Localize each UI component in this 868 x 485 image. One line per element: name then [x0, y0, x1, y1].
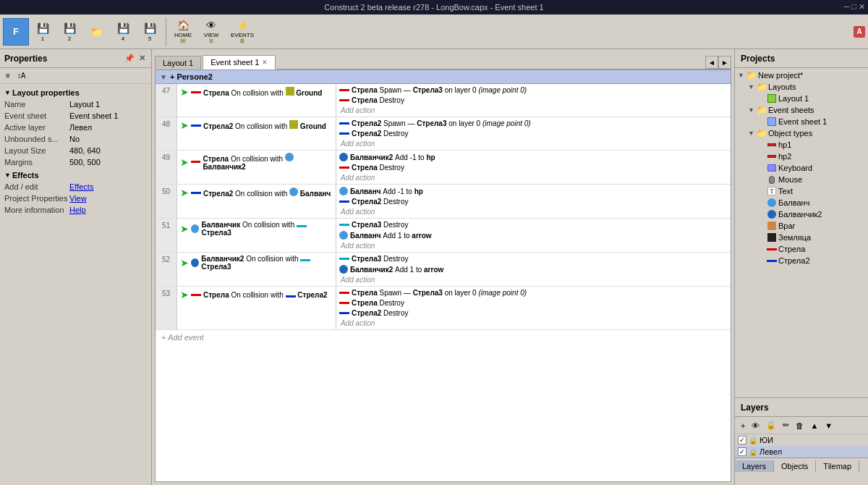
tab-scroll-left[interactable]: ◄ [705, 56, 718, 69]
action-47-2[interactable]: Стрела Destroy [338, 96, 729, 105]
tree-obj-vrag[interactable]: Враг [758, 220, 865, 232]
toolbar-btn-folder[interactable]: 📁 [83, 18, 109, 46]
condition-52-1[interactable]: ➤ Балванчик2 On collision with Стрела3 [179, 254, 334, 271]
action-49-1[interactable]: Балванчик2 Add -1 to hp [338, 152, 729, 162]
condition-51-1[interactable]: ➤ Балванчик On collision with Стрела3 [179, 220, 334, 237]
tree-obj-mouse[interactable]: Mouse [758, 174, 865, 185]
action-52-1[interactable]: Стрела3 Destroy [338, 254, 729, 263]
green-arrow-icon-51: ➤ [180, 223, 189, 235]
layouts-children: Layout 1 [748, 93, 865, 104]
add-event-btn[interactable]: + Add event [156, 330, 731, 345]
action-51-1[interactable]: Стрела3 Destroy [338, 220, 729, 229]
prop-projprops-value[interactable]: View [69, 194, 147, 203]
action-49-2[interactable]: Стрела Destroy [338, 163, 729, 172]
event-row-50: 50 ➤ Стрела2 On collision with Балванч Б… [156, 185, 731, 219]
tab-layout1[interactable]: Layout 1 [155, 56, 201, 69]
layout-section-arrow: ▼ [4, 89, 11, 96]
add-action-49[interactable]: Add action [338, 173, 729, 182]
condition-50-1[interactable]: ➤ Стрела2 On collision with Балванч [179, 186, 334, 199]
action-53-2[interactable]: Стрела Destroy [338, 298, 729, 308]
layer-item-level[interactable]: 🔒 Левел [735, 446, 868, 457]
tree-obj-balvan2[interactable]: Балванчик2 [758, 208, 865, 220]
tree-obj-hp2[interactable]: hp2 [758, 151, 865, 162]
tree-root[interactable]: ▼ 📁 New project* [738, 69, 865, 81]
prop-margins: Margins 500, 500 [1, 156, 150, 168]
layer-item-yui[interactable]: 🔒 ЮИ [735, 434, 868, 446]
layer-lock-btn[interactable]: 🔒 [763, 419, 779, 431]
action-53-3[interactable]: Стрела2 Destroy [338, 308, 729, 318]
condition-49-1[interactable]: ➤ Стрела On collision with Балванчик2 [179, 152, 334, 172]
layer-yui-checkbox[interactable] [738, 436, 746, 444]
layout-properties-section[interactable]: ▼ Layout properties [1, 87, 150, 98]
eventsheets-folder-label: Event sheets [768, 106, 814, 114]
obj-mouse-icon [767, 174, 777, 185]
file-button[interactable]: F [3, 18, 29, 46]
tree-obj-balvan[interactable]: Балванч [758, 197, 865, 208]
layer-up-btn[interactable]: ▲ [807, 420, 821, 431]
right-panel: Projects ▼ 📁 New project* ▼ 📁 Layouts [734, 49, 868, 485]
tree-obj-text[interactable]: T Text [758, 185, 865, 197]
layer-add-btn[interactable]: + [738, 420, 748, 431]
action-52-2[interactable]: Балванчик2 Add 1 to arrow [338, 264, 729, 274]
view-button[interactable]: 👁 VIEW V [198, 18, 224, 46]
action-48-1[interactable]: Стрела2 Spawn — Стрела3 on layer 0 (imag… [338, 119, 729, 128]
tree-eventsheets-folder[interactable]: ▼ 📁 Event sheets [748, 104, 865, 116]
bottom-tab-layers[interactable]: Layers [735, 460, 774, 472]
add-action-53[interactable]: Add action [338, 319, 729, 328]
tree-obj-hp1[interactable]: hp1 [758, 139, 865, 151]
condition-53-1[interactable]: ➤ Стрела On collision with Стрела2 [179, 288, 334, 301]
add-action-50[interactable]: Add action [338, 207, 729, 216]
layer-eye-btn[interactable]: 👁 [749, 420, 762, 431]
tree-obj-keyboard[interactable]: Keyboard [758, 162, 865, 174]
tree-layout1[interactable]: Layout 1 [758, 93, 865, 104]
condition-48-1[interactable]: ➤ Стрела2 On collision with Ground [179, 119, 334, 132]
left-panel: Properties 📌 ✕ ≡ ↕A ▼ Layout properties … [0, 49, 152, 485]
bottom-tab-objects[interactable]: Objects [774, 460, 816, 472]
toolbar-btn-5[interactable]: 💾 5 [137, 18, 163, 46]
obj-strelka-icon [767, 244, 777, 254]
props-az-btn[interactable]: ↕A [14, 70, 29, 81]
add-action-51[interactable]: Add action [338, 241, 729, 250]
action-50-2[interactable]: Стрела2 Destroy [338, 197, 729, 206]
prop-moreinfo-value[interactable]: Help [69, 206, 147, 214]
tab-eventsheet1-close[interactable]: ✕ [262, 59, 268, 66]
layer-down-btn[interactable]: ▼ [822, 420, 835, 431]
add-action-52[interactable]: Add action [338, 275, 729, 284]
toolbar-btn-1[interactable]: 💾 1 [30, 18, 56, 46]
layer-delete-btn[interactable]: 🗑 [793, 420, 807, 431]
properties-pin-btn[interactable]: 📌 [123, 53, 136, 64]
tree-eventsheet1[interactable]: Event sheet 1 [758, 116, 865, 127]
props-sort-btn[interactable]: ≡ [3, 70, 13, 81]
obj-zemlya-label: Земляца [778, 233, 811, 242]
bottom-tab-tilemap[interactable]: Tilemap [816, 460, 859, 472]
tree-obj-strelka[interactable]: Стрела [758, 243, 865, 255]
tab-eventsheet1[interactable]: Event sheet 1 ✕ [203, 55, 276, 69]
toolbar-btn-2[interactable]: 💾 2 [56, 18, 82, 46]
events-button[interactable]: ⚡ EVENTS E [226, 18, 259, 46]
home-button[interactable]: 🏠 HOME H [169, 18, 197, 46]
window-controls[interactable]: ─ □ ✕ [843, 1, 865, 12]
cond-text-48: Стрела2 On collision with Ground [203, 120, 326, 130]
tree-obj-zemlya[interactable]: Земляца [758, 232, 865, 243]
action-48-2[interactable]: Стрела2 Destroy [338, 129, 729, 138]
properties-close-btn[interactable]: ✕ [137, 53, 147, 64]
tree-obj-strelka2[interactable]: Стрела2 [758, 255, 865, 266]
layer-edit-btn[interactable]: ✏ [780, 419, 792, 431]
action-53-1[interactable]: Стрела Spawn — Стрела3 on layer 0 (image… [338, 288, 729, 298]
action-47-1[interactable]: Стрела Spawn — Стрела3 on layer 0 (image… [338, 85, 729, 95]
action-balvan-icon-50-1 [339, 187, 348, 195]
condition-47-1[interactable]: ➤ Стрела On collision with Ground [179, 85, 334, 98]
tree-objtypes-folder[interactable]: ▼ 📁 Object types [748, 127, 865, 139]
toolbar-btn-4[interactable]: 💾 4 [110, 18, 136, 46]
event-group-persone2[interactable]: ▼ + Persone2 [156, 70, 731, 84]
action-50-1[interactable]: Балванч Add -1 to hp [338, 186, 729, 196]
tab-scroll-right[interactable]: ► [718, 56, 731, 69]
tree-layouts-folder[interactable]: ▼ 📁 Layouts [748, 81, 865, 93]
objtypes-folder-icon: 📁 [757, 128, 767, 138]
add-action-48[interactable]: Add action [338, 139, 729, 148]
prop-add-value[interactable]: Effects [69, 182, 147, 191]
effects-section[interactable]: ▼ Effects [1, 169, 150, 181]
add-action-47[interactable]: Add action [338, 106, 729, 115]
layer-level-checkbox[interactable] [738, 447, 746, 456]
action-51-2[interactable]: Балванч Add 1 to arrow [338, 230, 729, 240]
